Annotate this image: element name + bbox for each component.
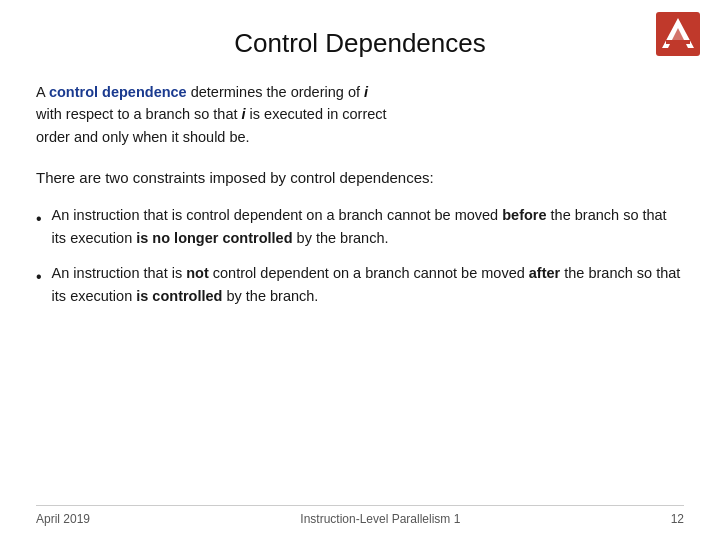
bullet-text-1: An instruction that is control dependent… xyxy=(52,204,684,250)
intro-paragraph: A control dependence determines the orde… xyxy=(36,81,684,148)
bullet-dot-2: • xyxy=(36,264,42,290)
list-item: • An instruction that is not control dep… xyxy=(36,262,684,308)
intro-text-with-respect: with respect to a branch so that xyxy=(36,106,242,122)
intro-text-a: A xyxy=(36,84,49,100)
svg-rect-2 xyxy=(666,40,690,44)
bold-is-controlled: is controlled xyxy=(136,288,222,304)
bullet-text-2: An instruction that is not control depen… xyxy=(52,262,684,308)
slide-title: Control Dependences xyxy=(36,28,684,59)
bold-before: before xyxy=(502,207,546,223)
bold-not: not xyxy=(186,265,209,281)
footer-center: Instruction-Level Parallelism 1 xyxy=(300,512,460,526)
bold-after: after xyxy=(529,265,560,281)
footer-right: 12 xyxy=(671,512,684,526)
footer-left: April 2019 xyxy=(36,512,90,526)
intro-text-determines: determines the ordering of xyxy=(187,84,364,100)
italic-i-1: i xyxy=(364,84,368,100)
highlight-control-dependence: control dependence xyxy=(49,84,187,100)
list-item: • An instruction that is control depende… xyxy=(36,204,684,250)
logo xyxy=(656,12,700,56)
bullet-dot-1: • xyxy=(36,206,42,232)
constraints-heading: There are two constraints imposed by con… xyxy=(36,166,684,189)
bold-no-longer-controlled: is no longer controlled xyxy=(136,230,292,246)
slide-container: Control Dependences A control dependence… xyxy=(0,0,720,540)
bullet-list: • An instruction that is control depende… xyxy=(36,204,684,309)
footer: April 2019 Instruction-Level Parallelism… xyxy=(36,505,684,526)
